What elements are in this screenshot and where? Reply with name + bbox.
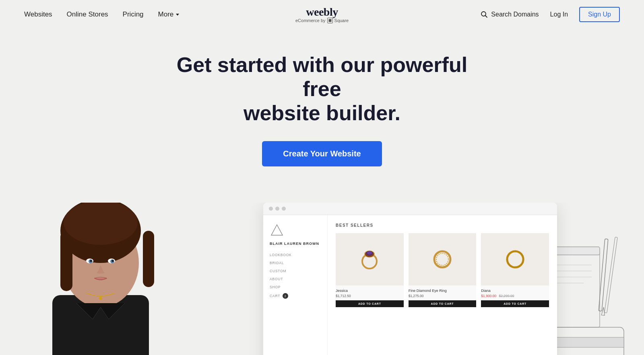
svg-point-15 [112,260,114,262]
nav-link-pricing[interactable]: Pricing [123,10,144,18]
sidebar-nav-shop[interactable]: SHOP [270,285,321,289]
sidebar-nav-custom[interactable]: CUSTOM [270,269,321,273]
hero-section: Get started with our powerful free websi… [0,29,644,203]
product-image-2 [409,233,477,285]
mockup-body: BLAIR LAUREN BROWN LOOKBOOK BRIDAL CUSTO… [263,215,557,355]
create-website-button[interactable]: Create Your Website [262,141,382,166]
sidebar-nav-bridal[interactable]: BRIDAL [270,261,321,265]
product-price-2: $1,275.00 [409,294,477,298]
chevron-down-icon [176,14,179,16]
svg-point-16 [99,297,102,300]
cart-badge: 2 [283,293,288,299]
product-image-1 [336,233,404,285]
nav-left: Websites Online Stores Pricing More [24,10,179,18]
svg-marker-17 [271,225,283,235]
person-image [12,203,189,355]
dot-red [269,207,273,211]
brand-name: BLAIR LAUREN BROWN [270,242,321,246]
product-card-1: Jessica $1,712.50 ADD TO CART [336,233,404,307]
product-price-3: $1,900.00 $2,299.00 [481,294,549,298]
product-name-2: Fine Diamond Eye Ring [409,289,477,293]
mockup-main: BEST SELLERS Jessica [328,215,557,355]
sidebar-nav-lookbook[interactable]: LOOKBOOK [270,253,321,257]
search-icon [481,11,488,18]
ring-3-icon [501,245,529,273]
website-mockup: BLAIR LAUREN BROWN LOOKBOOK BRIDAL CUSTO… [263,203,557,355]
login-link[interactable]: Log In [550,11,568,18]
nav-link-websites[interactable]: Websites [24,10,52,18]
product-card-2: Fine Diamond Eye Ring $1,275.00 ADD TO C… [409,233,477,307]
svg-point-25 [508,252,522,267]
ring-2-icon [428,245,456,273]
brand-icon [270,223,284,238]
svg-rect-36 [605,237,617,313]
svg-rect-8 [143,231,154,287]
nav-right: Search Domains Log In Sign Up [481,7,620,22]
add-to-cart-3[interactable]: ADD TO CART [481,300,549,307]
ring-1-icon [355,245,384,273]
dot-yellow [275,207,279,211]
nav-link-online-stores[interactable]: Online Stores [67,10,108,18]
svg-point-24 [507,251,523,267]
mockup-titlebar [263,203,557,215]
hero-headline: Get started with our powerful free websi… [157,53,487,125]
navbar: Websites Online Stores Pricing More weeb… [0,0,644,29]
sidebar-nav-about[interactable]: ABOUT [270,277,321,281]
product-image-3 [481,233,549,285]
svg-line-1 [485,16,487,18]
logo-subtitle: eCommerce by Square [295,18,349,23]
dot-green [282,207,286,211]
product-price-1: $1,712.50 [336,294,404,298]
nav-link-more[interactable]: More [158,10,180,18]
square-logo-icon [327,18,333,23]
sidebar-nav-cart[interactable]: CART 2 [270,293,321,299]
logo-text: weebly [295,6,349,18]
product-name-1: Jessica [336,289,404,293]
product-card-3: Diana $1,900.00 $2,299.00 ADD TO CART [481,233,549,307]
products-grid: Jessica $1,712.50 ADD TO CART Fine Diamo [336,233,549,307]
preview-section: BLAIR LAUREN BROWN LOOKBOOK BRIDAL CUSTO… [0,203,644,355]
svg-point-21 [367,251,372,254]
search-domains-button[interactable]: Search Domains [481,11,539,18]
svg-point-23 [436,253,448,265]
svg-rect-7 [60,231,72,291]
add-to-cart-2[interactable]: ADD TO CART [409,300,477,307]
nav-logo[interactable]: weebly eCommerce by Square [295,6,349,23]
mockup-sidebar: BLAIR LAUREN BROWN LOOKBOOK BRIDAL CUSTO… [263,215,328,355]
svg-point-9 [64,203,138,245]
svg-point-14 [90,260,92,262]
add-to-cart-1[interactable]: ADD TO CART [336,300,404,307]
product-name-3: Diana [481,289,549,293]
signup-button[interactable]: Sign Up [579,7,620,22]
section-title: BEST SELLERS [336,223,549,228]
